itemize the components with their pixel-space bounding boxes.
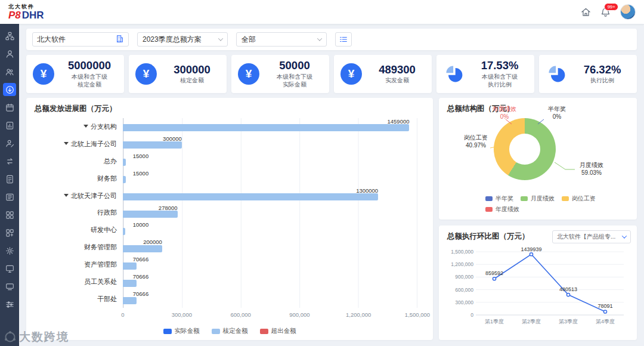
scope-select[interactable]: 全部	[236, 32, 327, 47]
bar-category-label[interactable]: 总办	[35, 157, 123, 166]
svg-text:480513: 480513	[559, 286, 577, 292]
approved-amount-bar[interactable]	[123, 193, 378, 200]
org-structure-icon[interactable]	[3, 29, 16, 42]
svg-text:第2季度: 第2季度	[522, 319, 541, 325]
apps-grid-icon[interactable]	[3, 208, 16, 221]
data-point[interactable]	[566, 293, 569, 296]
transfer-icon[interactable]	[3, 155, 16, 168]
bar-category-label[interactable]: 北软天津子公司	[35, 191, 123, 200]
team-icon[interactable]	[3, 65, 16, 78]
legend-swatch	[521, 196, 528, 201]
donut-chart[interactable]	[494, 118, 556, 180]
data-point[interactable]	[530, 253, 532, 256]
stat-label: 核定金额	[160, 76, 224, 84]
org-picker-icon[interactable]	[116, 35, 124, 45]
legend-swatch	[485, 196, 493, 201]
approved-amount-bar[interactable]	[123, 211, 178, 218]
bar-category-label[interactable]: 分支机构	[35, 122, 123, 131]
stat-card-3: ¥489300实发金额	[334, 55, 432, 93]
right-column: 总额结构图（万元） 月度绩效59.03%岗位工资40.97%年度绩效0%半年奖0…	[439, 98, 637, 340]
bar-chart-title: 总额发放进展图（万元）	[35, 104, 117, 114]
svg-text:第4季度: 第4季度	[596, 319, 615, 325]
approved-amount-bar[interactable]	[123, 228, 125, 235]
bar-category-label[interactable]: 资产管理部	[35, 260, 123, 269]
quarter-line-chart-card: 总额执行环比图（万元） 北大软件【产品组专... 1,500,0001,200,…	[439, 225, 637, 340]
filter-bar: 北大软件 2023季度总额方案 全部	[26, 29, 637, 50]
approved-amount-bar[interactable]	[123, 245, 162, 252]
legend-item[interactable]: 半年奖	[485, 194, 513, 203]
monitor-icon[interactable]	[3, 262, 16, 275]
home-icon[interactable]	[581, 7, 591, 17]
screen-icon[interactable]	[3, 280, 16, 293]
bar-category-label[interactable]: 财务管理部	[35, 243, 123, 252]
svg-text:0: 0	[470, 312, 473, 318]
line-chart-org-select[interactable]: 北大软件【产品组专...	[552, 230, 631, 243]
calendar-icon[interactable]	[3, 101, 16, 114]
approved-amount-bar[interactable]	[123, 141, 182, 149]
total-budget-icon[interactable]	[3, 83, 16, 96]
bar-row: 员工关系处70666	[35, 273, 417, 291]
bar-category-label[interactable]: 员工关系处	[35, 277, 123, 286]
stat-value: 300000	[160, 64, 224, 76]
document-list-icon[interactable]	[3, 190, 16, 203]
stat-card-1: ¥300000核定金额	[129, 55, 227, 93]
approved-amount-bar[interactable]	[123, 280, 137, 287]
legend-label: 超出金额	[271, 327, 296, 335]
x-axis-tick: 1,200,000	[346, 311, 371, 318]
legend-item[interactable]: 年度绩效	[485, 205, 519, 214]
legend-item[interactable]: 核定金额	[212, 327, 248, 335]
approved-amount-bar[interactable]	[123, 297, 137, 304]
apps-add-icon[interactable]	[3, 226, 16, 239]
bar-category-label[interactable]: 行政部	[35, 208, 123, 217]
svg-text:1,500,000: 1,500,000	[451, 249, 473, 255]
line-chart-title: 总额执行环比图（万元）	[447, 231, 530, 242]
brand-company-text: 北大软件	[8, 4, 44, 10]
notification-badge: 99+	[604, 3, 618, 11]
document-icon[interactable]	[3, 172, 16, 186]
legend-swatch	[562, 196, 569, 201]
svg-text:第3季度: 第3季度	[559, 319, 578, 325]
bell-icon[interactable]: 99+	[600, 7, 611, 17]
legend-item[interactable]: 月度绩效	[521, 194, 555, 203]
data-point[interactable]	[493, 277, 496, 280]
legend-item[interactable]: 岗位工资	[562, 194, 596, 203]
stat-label: 本级和含下级 实际金额	[262, 73, 327, 88]
bar-category-label[interactable]: 干部处	[35, 295, 123, 304]
legend-label: 实际金额	[175, 327, 200, 335]
plan-select[interactable]: 2023季度总额方案	[137, 32, 228, 47]
org-search-input[interactable]: 北大软件	[32, 32, 129, 47]
preferences-icon[interactable]	[3, 298, 16, 311]
legend-label: 核定金额	[223, 327, 248, 335]
svg-text:1,200,000: 1,200,000	[451, 261, 473, 267]
user-icon[interactable]	[3, 47, 16, 60]
approved-amount-bar[interactable]	[123, 159, 126, 166]
yen-amount-icon: ¥	[135, 63, 157, 85]
bar-category-label[interactable]: 研发中心	[35, 225, 123, 234]
collapse-triangle-icon[interactable]	[83, 125, 88, 128]
stat-card-2: ¥50000本级和含下级 实际金额	[231, 55, 329, 93]
settings-gear-icon[interactable]	[3, 244, 16, 257]
app-logo[interactable]: 北大软件 P8DHR	[8, 4, 44, 20]
bar-row: 总办15000	[35, 153, 417, 170]
svg-text:900,000: 900,000	[455, 274, 473, 280]
svg-text:300,000: 300,000	[455, 299, 473, 305]
approved-amount-bar[interactable]	[123, 124, 409, 131]
data-point[interactable]	[603, 310, 606, 313]
bar-row: 干部处70666	[35, 291, 417, 308]
approved-amount-bar[interactable]	[123, 262, 137, 270]
bar-category-label[interactable]: 北软上海子公司	[35, 140, 123, 149]
stat-card-0: ¥5000000本级和含下级 核定金额	[26, 55, 124, 93]
user-avatar[interactable]	[620, 4, 636, 20]
user-edit-icon[interactable]	[3, 137, 16, 150]
approved-amount-bar[interactable]	[123, 176, 126, 183]
list-view-button[interactable]	[335, 32, 352, 47]
collapse-triangle-icon[interactable]	[64, 142, 69, 145]
legend-item[interactable]: 实际金额	[163, 327, 200, 335]
collapse-triangle-icon[interactable]	[64, 194, 69, 197]
bar-value-label: 15000	[133, 170, 148, 177]
report-chart-icon[interactable]	[3, 119, 16, 132]
chevron-down-icon	[218, 36, 223, 41]
bar-category-label[interactable]: 财务部	[35, 174, 123, 183]
legend-item[interactable]: 超出金额	[260, 327, 296, 335]
charts-row: 总额发放进展图（万元） 分支机构1459000北软上海子公司300000总办15…	[26, 98, 637, 340]
